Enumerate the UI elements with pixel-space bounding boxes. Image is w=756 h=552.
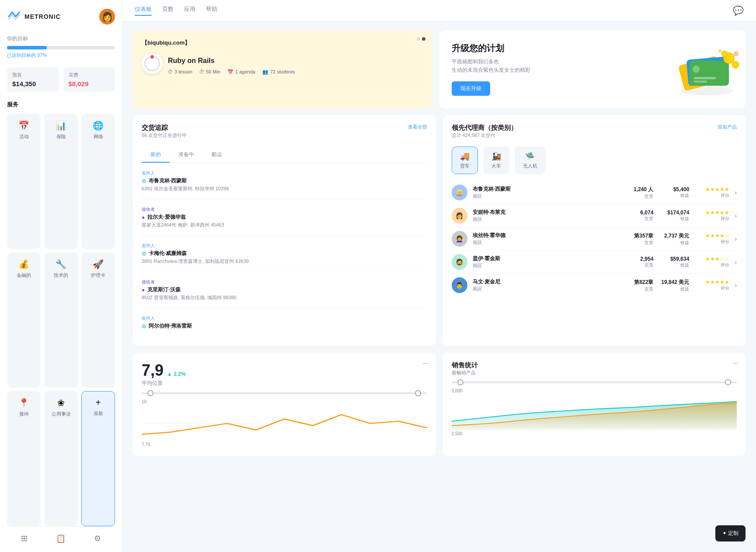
- avg-more-icon[interactable]: ···: [423, 360, 429, 367]
- ship-icon: ●: [142, 214, 145, 220]
- leader-stat-val: 1,240 人: [627, 186, 653, 193]
- sales-area-chart: [452, 395, 737, 430]
- service-icon-insurance: 📊: [56, 120, 66, 131]
- service-item-network[interactable]: 🌐网络: [81, 114, 115, 249]
- upgrade-button[interactable]: 现在升级: [452, 81, 490, 96]
- course-logo-inner: [144, 56, 160, 71]
- upgrade-text: 升级您的计划 平面插图和我们多色 生动的未混合紫色头发女士的精彩 现在升级: [452, 42, 530, 96]
- shipment-item: 发件人 ⊙ 卡梅伦·威廉姆森 3891 Ranchview 理查森博士, 加利福…: [142, 243, 427, 272]
- leader-rating: ★★★★★ 评分: [694, 210, 729, 222]
- sales-subtitle: 最畅销产品: [452, 370, 737, 376]
- leader-arrow[interactable]: ›: [735, 259, 737, 266]
- ship-icon: ⊙: [142, 251, 146, 257]
- service-item-add[interactable]: +添新: [81, 391, 115, 526]
- services-label: 服务: [7, 101, 115, 108]
- cat-label-无人机: 无人机: [523, 163, 537, 169]
- leader-stat: 6,074 交货: [627, 210, 653, 222]
- sales-chart-container: 3,000: [452, 388, 737, 436]
- shipment-item: 接收者 ● 拉尔夫·爱德华兹 星家大道2464号 梅萨, 新泽西州 45463: [142, 206, 427, 236]
- svg-point-4: [693, 66, 700, 73]
- chat-icon[interactable]: 💬: [733, 5, 744, 16]
- sales-range-handle-left[interactable]: [457, 379, 463, 385]
- category-tab-火车[interactable]: 🚂火车: [483, 147, 509, 174]
- topnav-link-仪表板[interactable]: 仪表板: [135, 5, 152, 16]
- avatar[interactable]: 👩: [99, 9, 115, 24]
- leader-region: 南区: [473, 239, 622, 246]
- service-icon-nursing: 🚀: [93, 259, 104, 269]
- service-icon-add: +: [96, 398, 101, 408]
- budget-label: 预算: [12, 72, 54, 78]
- leader-avatar: 👩‍🦱: [452, 231, 467, 247]
- sales-range-handle-right[interactable]: [725, 379, 731, 385]
- row-1: 【biqubiqu.com】 Ruby on Rails ⏱ 3 lesson: [133, 30, 746, 108]
- ship-icon: ⊙: [142, 323, 146, 329]
- sales-range-slider[interactable]: [452, 381, 737, 383]
- leader-arrow[interactable]: ›: [735, 189, 737, 196]
- service-item-activity[interactable]: 📅活动: [7, 114, 41, 249]
- leader-region: 南区: [473, 262, 622, 269]
- layers-icon[interactable]: ⊞: [21, 534, 28, 543]
- customize-button[interactable]: ✦ 定制: [715, 525, 746, 542]
- chart-y-label-10: 10: [142, 399, 427, 404]
- sales-more-icon[interactable]: ···: [733, 360, 739, 367]
- service-item-tech[interactable]: 🔧技术的: [44, 252, 78, 388]
- service-item-insurance[interactable]: 📊保险: [44, 114, 78, 249]
- course-logo: [142, 53, 163, 74]
- leader-money-label: 收益: [658, 240, 689, 246]
- range-slider[interactable]: [142, 392, 427, 394]
- expense-label: 花费: [69, 72, 110, 78]
- leader-stat-val: 6,074: [627, 210, 653, 216]
- avg-chart-container: 10 7.75: [142, 399, 427, 447]
- leader-row: 👩 安妮特·布莱克 南区 6,074 交货 $174,074 收益 ★★★★★ …: [452, 204, 737, 227]
- topnav: 仪表板页数应用帮助 💬: [122, 0, 756, 21]
- service-item-reception[interactable]: 📍接待: [7, 391, 41, 526]
- sidebar-logo: METRONIC 👩: [7, 9, 115, 24]
- leader-row: 🧔 盖伊·霍金斯 南区 2,954 交货 $59,634 收益 ★★★☆☆ 评分…: [452, 251, 737, 274]
- stars: ★★★★★: [694, 186, 729, 192]
- range-handle-left[interactable]: [147, 390, 153, 396]
- avg-change: ▲ 2.2%: [167, 371, 186, 377]
- shipment-item: 发件人 ⊙ 阿尔伯特·弗洛雷斯: [142, 315, 427, 337]
- service-item-finance[interactable]: 💰金融的: [7, 252, 41, 388]
- students-icon: 👥: [262, 69, 268, 75]
- leader-stat-val: 第822章: [627, 279, 653, 286]
- topnav-link-应用[interactable]: 应用: [184, 5, 195, 16]
- course-card: 【biqubiqu.com】 Ruby on Rails ⏱ 3 lesson: [133, 30, 432, 108]
- stars: ★★★★★: [694, 210, 729, 216]
- file-icon[interactable]: 📋: [56, 534, 66, 543]
- leader-money: $59,634 收益: [658, 256, 689, 268]
- leader-money-val: 19,842 美元: [658, 279, 689, 286]
- shipment-tab-新的[interactable]: 新的: [142, 147, 170, 163]
- service-name-network: 网络: [94, 133, 103, 140]
- svg-rect-6: [694, 80, 707, 83]
- range-handle-right[interactable]: [415, 390, 421, 396]
- category-tab-无人机[interactable]: 🛸无人机: [515, 147, 546, 174]
- leader-arrow[interactable]: ›: [735, 212, 737, 219]
- expense-box: 花费 $8,029: [63, 67, 115, 92]
- shipment-subtitle: 56 次交付正在进行中: [142, 132, 187, 139]
- settings-icon[interactable]: ⚙: [94, 534, 101, 543]
- leader-region: 南区: [473, 286, 622, 292]
- shipment-tab-准备中[interactable]: 准备中: [170, 147, 203, 163]
- illustration-svg: ⚙ ⚙: [672, 47, 742, 100]
- topnav-link-页数[interactable]: 页数: [162, 5, 174, 16]
- rating-label: 评分: [694, 192, 729, 199]
- service-icon-reception: 📍: [18, 398, 29, 408]
- category-tab-货车[interactable]: 🚚货车: [452, 147, 478, 174]
- service-item-nursing[interactable]: 🚀护理卡: [81, 252, 115, 388]
- view-all-link[interactable]: 查看全部: [408, 124, 427, 130]
- shipment-card: 交货追踪 56 次交付正在进行中 查看全部 新的准备中船运 发件人 ⊙ 布鲁克林…: [133, 115, 436, 346]
- leader-arrow[interactable]: ›: [735, 235, 737, 242]
- topnav-link-帮助[interactable]: 帮助: [206, 5, 217, 16]
- shipment-tab-船运[interactable]: 船运: [203, 147, 231, 163]
- stars: ★★★★★: [694, 279, 729, 285]
- budget-value: $14,350: [12, 80, 54, 87]
- service-item-public[interactable]: ❀公用事业: [44, 391, 78, 526]
- service-name-tech: 技术的: [54, 272, 68, 279]
- services-grid: 📅活动📊保险🌐网络💰金融的🔧技术的🚀护理卡📍接待❀公用事业+添新: [7, 114, 115, 526]
- leader-stat-label: 交货: [627, 262, 653, 268]
- leader-stat: 第822章 交货: [627, 279, 653, 292]
- leader-arrow[interactable]: ›: [735, 282, 737, 289]
- leader-money-val: $174,074: [658, 210, 689, 216]
- add-product-link[interactable]: 添加产品: [718, 124, 737, 130]
